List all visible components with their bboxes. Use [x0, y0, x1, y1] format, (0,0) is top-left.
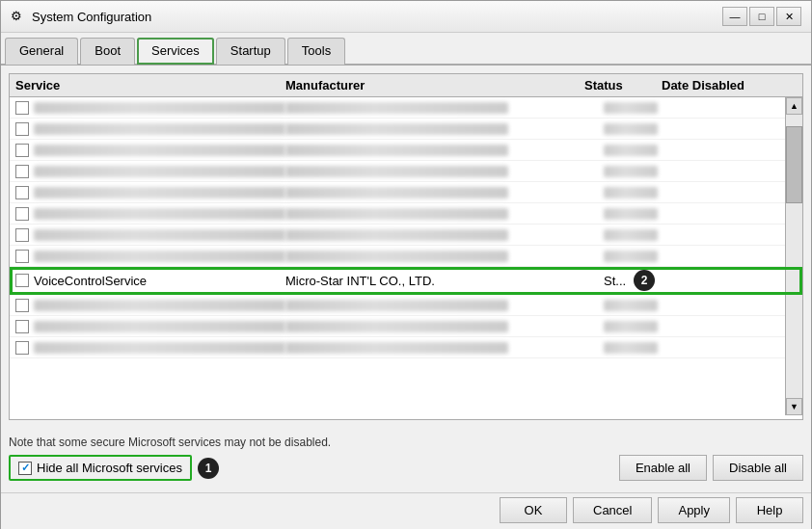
enable-all-button[interactable]: Enable all: [619, 455, 707, 481]
table-row[interactable]: [10, 182, 802, 203]
title-bar: ⚙ System Configuration — □ ✕: [1, 1, 811, 33]
table-body: VoiceControlService Micro-Star INT'L CO.…: [10, 97, 802, 415]
tab-bar: General Boot Services Startup Tools: [1, 33, 811, 66]
help-button[interactable]: Help: [736, 497, 803, 523]
service-checkbox[interactable]: [15, 250, 29, 263]
hide-microsoft-label: Hide all Microsoft services: [37, 461, 182, 475]
bottom-section: Note that some secure Microsoft services…: [1, 428, 811, 492]
service-checkbox[interactable]: [15, 122, 29, 136]
service-checkbox[interactable]: [15, 186, 29, 199]
service-checkbox[interactable]: [15, 341, 29, 355]
tab-boot[interactable]: Boot: [80, 38, 135, 65]
col-date-disabled: Date Disabled: [662, 78, 777, 93]
tab-content: Service Manufacturer Status Date Disable…: [1, 66, 811, 428]
service-checkbox[interactable]: [15, 228, 29, 242]
col-service: Service: [15, 78, 285, 93]
window-title: System Configuration: [32, 10, 151, 24]
service-name: VoiceControlService: [34, 274, 147, 288]
ok-button[interactable]: OK: [500, 497, 567, 523]
title-bar-controls: — □ ✕: [722, 7, 801, 26]
badge-1: 1: [198, 458, 219, 479]
table-row[interactable]: [10, 225, 802, 246]
scroll-thumb[interactable]: [786, 126, 802, 203]
bottom-controls: ✓ Hide all Microsoft services 1 Enable a…: [9, 455, 803, 481]
scroll-up-arrow[interactable]: ▲: [786, 97, 802, 115]
table-header: Service Manufacturer Status Date Disable…: [10, 74, 802, 97]
disable-all-button[interactable]: Disable all: [713, 455, 803, 481]
table-row[interactable]: [10, 161, 802, 182]
table-row[interactable]: [10, 295, 802, 316]
table-row[interactable]: [10, 337, 802, 358]
scrollbar[interactable]: ▲ ▼: [785, 97, 802, 415]
minimize-button[interactable]: —: [722, 7, 747, 26]
table-row[interactable]: [10, 316, 802, 337]
dialog-buttons: OK Cancel Apply Help: [1, 492, 811, 529]
maximize-button[interactable]: □: [749, 7, 774, 26]
checkmark-icon: ✓: [21, 462, 30, 474]
app-icon: ⚙: [11, 9, 26, 24]
enable-disable-buttons: Enable all Disable all: [619, 455, 803, 481]
table-row[interactable]: [10, 203, 802, 225]
service-checkbox[interactable]: [15, 299, 29, 312]
service-checkbox[interactable]: [15, 101, 29, 115]
col-manufacturer: Manufacturer: [285, 78, 584, 93]
table-row[interactable]: [10, 97, 802, 119]
voice-control-service-row[interactable]: VoiceControlService Micro-Star INT'L CO.…: [10, 267, 802, 295]
service-checkbox[interactable]: [15, 207, 29, 221]
col-status: Status: [584, 78, 662, 93]
note-text: Note that some secure Microsoft services…: [9, 436, 803, 449]
close-button[interactable]: ✕: [776, 7, 801, 26]
services-table: Service Manufacturer Status Date Disable…: [9, 73, 803, 420]
title-bar-left: ⚙ System Configuration: [11, 9, 151, 24]
system-configuration-window: ⚙ System Configuration — □ ✕ General Boo…: [0, 0, 812, 529]
tab-general[interactable]: General: [5, 38, 78, 65]
tab-services[interactable]: Services: [137, 38, 214, 65]
tab-tools[interactable]: Tools: [287, 38, 345, 65]
service-checkbox[interactable]: [15, 320, 29, 333]
service-checkbox[interactable]: [15, 165, 29, 178]
service-checkbox[interactable]: [15, 144, 29, 157]
voice-service-checkbox[interactable]: [15, 274, 29, 287]
table-row[interactable]: [10, 140, 802, 161]
cancel-button[interactable]: Cancel: [573, 497, 652, 523]
tab-startup[interactable]: Startup: [216, 38, 285, 65]
service-manufacturer: Micro-Star INT'L CO., LTD.: [285, 274, 604, 288]
apply-button[interactable]: Apply: [658, 497, 730, 523]
hide-microsoft-checkbox-container[interactable]: ✓ Hide all Microsoft services: [9, 455, 192, 481]
badge-2: 2: [634, 270, 655, 291]
hide-microsoft-checkbox[interactable]: ✓: [18, 462, 32, 475]
service-status: St...: [604, 274, 626, 288]
scroll-down-arrow[interactable]: ▼: [786, 398, 802, 415]
table-row[interactable]: [10, 119, 802, 140]
table-row[interactable]: [10, 246, 802, 267]
